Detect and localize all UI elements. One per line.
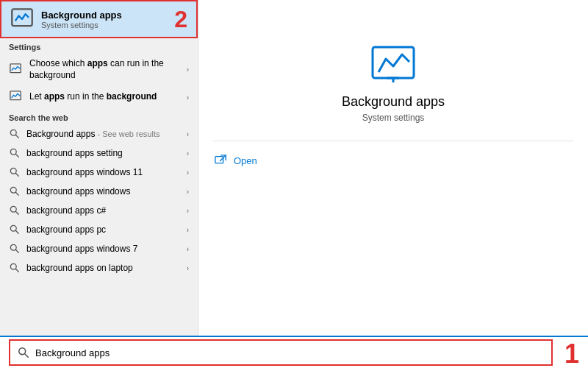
web-item-text-2: background apps windows 11 xyxy=(26,167,181,177)
web-item-5[interactable]: background apps pc› xyxy=(0,220,198,239)
settings-section-header: Settings xyxy=(0,38,198,54)
web-item-text-1: background apps setting xyxy=(26,148,181,158)
web-item-text-5: background apps pc xyxy=(26,224,181,235)
web-section-header: Search the web xyxy=(0,109,198,124)
svg-line-16 xyxy=(15,250,18,253)
svg-line-14 xyxy=(15,231,18,234)
web-item-text-3: background apps windows xyxy=(26,186,181,197)
chevron-icon-1: › xyxy=(187,66,189,74)
svg-line-12 xyxy=(15,212,18,215)
right-detail-panel: Background apps System settings Open xyxy=(198,0,588,336)
web-item-0[interactable]: Background apps - See web results› xyxy=(0,124,198,144)
web-item-7[interactable]: background apps on laptop› xyxy=(0,258,198,277)
web-item-text-4: background apps c# xyxy=(26,205,181,216)
search-input[interactable] xyxy=(35,347,544,358)
web-items-list: Background apps - See web results›backgr… xyxy=(0,124,198,277)
web-chevron-6: › xyxy=(187,245,189,253)
top-result-title: Background apps xyxy=(41,10,122,21)
svg-line-4 xyxy=(15,135,18,138)
search-web-icon-1 xyxy=(9,147,21,159)
settings-item-choose[interactable]: Choose which apps can run in the backgro… xyxy=(0,54,198,85)
web-chevron-7: › xyxy=(187,264,189,272)
search-web-icon-2 xyxy=(9,166,21,178)
top-result-item[interactable]: Background apps System settings 2 xyxy=(0,0,198,38)
web-chevron-3: › xyxy=(187,188,189,196)
svg-rect-19 xyxy=(373,47,414,78)
web-item-text-0: Background apps - See web results xyxy=(26,129,181,139)
settings-item-1-text: Choose which apps can run in the backgro… xyxy=(29,58,181,81)
svg-rect-22 xyxy=(215,157,223,163)
right-panel-subtitle: System settings xyxy=(362,113,425,123)
step-badge-2: 2 xyxy=(174,7,187,31)
open-icon xyxy=(213,153,228,168)
background-apps-icon xyxy=(10,7,34,31)
svg-line-25 xyxy=(25,354,28,357)
top-result-subtitle: System settings xyxy=(41,21,122,29)
svg-line-8 xyxy=(15,174,18,177)
step-badge-1: 1 xyxy=(564,339,579,368)
search-bar: 1 xyxy=(0,336,588,368)
search-web-icon-5 xyxy=(9,224,21,236)
svg-line-18 xyxy=(15,269,18,272)
chevron-icon-2: › xyxy=(187,93,189,102)
open-label: Open xyxy=(234,155,257,166)
web-item-text-7: background apps on laptop xyxy=(26,263,181,273)
search-web-icon-4 xyxy=(9,205,21,216)
web-chevron-1: › xyxy=(187,149,189,158)
settings-item-2-text: Let apps run in the background xyxy=(29,91,181,103)
web-chevron-4: › xyxy=(187,207,189,215)
search-icon xyxy=(18,347,29,358)
web-item-2[interactable]: background apps windows 11› xyxy=(0,163,198,182)
divider xyxy=(213,141,573,141)
svg-line-10 xyxy=(15,193,18,196)
right-panel-icon xyxy=(370,44,417,85)
web-chevron-0: › xyxy=(187,130,189,138)
settings-icon-2 xyxy=(9,90,24,105)
web-item-4[interactable]: background apps c#› xyxy=(0,201,198,220)
web-item-1[interactable]: background apps setting› xyxy=(0,144,198,163)
svg-rect-0 xyxy=(12,9,32,26)
web-item-text-6: background apps windows 7 xyxy=(26,244,181,254)
settings-item-let[interactable]: Let apps run in the background › xyxy=(0,85,198,109)
web-item-3[interactable]: background apps windows› xyxy=(0,182,198,201)
search-web-icon-6 xyxy=(9,243,21,255)
open-button-row[interactable]: Open xyxy=(213,153,573,168)
search-results-panel: Background apps System settings 2 Settin… xyxy=(0,0,198,336)
search-web-icon-3 xyxy=(9,185,21,197)
right-panel-title: Background apps xyxy=(342,94,445,110)
web-item-6[interactable]: background apps windows 7› xyxy=(0,239,198,258)
top-result-text: Background apps System settings xyxy=(41,10,122,29)
web-chevron-2: › xyxy=(187,169,189,177)
web-chevron-5: › xyxy=(187,226,189,234)
svg-line-6 xyxy=(15,155,18,158)
search-web-icon-7 xyxy=(9,262,21,274)
settings-icon-1 xyxy=(9,63,24,77)
search-web-icon-0 xyxy=(9,128,21,140)
